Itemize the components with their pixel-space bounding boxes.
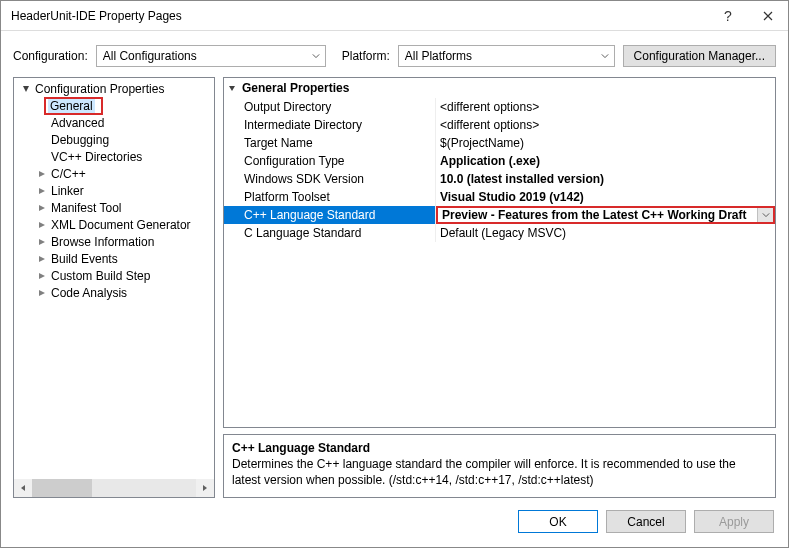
property-value[interactable]: Default (Legacy MSVC) (436, 224, 775, 242)
dialog-body: Configuration Properties General Advance… (1, 77, 788, 498)
tree-item[interactable]: Advanced (14, 114, 214, 131)
property-row[interactable]: Configuration TypeApplication (.exe) (224, 152, 775, 170)
scroll-right-button[interactable] (196, 479, 214, 497)
tree-item[interactable]: Browse Information (14, 233, 214, 250)
tree-item-label: C/C++ (48, 167, 89, 181)
tree-item[interactable]: Build Events (14, 250, 214, 267)
collapse-icon[interactable] (20, 83, 32, 95)
tree-item[interactable]: Code Analysis (14, 284, 214, 301)
tree-item[interactable]: XML Document Generator (14, 216, 214, 233)
property-row[interactable]: Target Name$(ProjectName) (224, 134, 775, 152)
tree-root-label: Configuration Properties (32, 82, 167, 96)
tree-root[interactable]: Configuration Properties (14, 80, 214, 97)
tree-item-label: Code Analysis (48, 286, 130, 300)
window-title: HeaderUnit-IDE Property Pages (11, 9, 708, 23)
tree-item[interactable]: VC++ Directories (14, 148, 214, 165)
property-value[interactable]: <different options> (436, 116, 775, 134)
collapse-icon[interactable] (228, 81, 236, 95)
dialog-footer: OK Cancel Apply (1, 498, 788, 547)
tree-item[interactable]: C/C++ (14, 165, 214, 182)
help-button[interactable]: ? (708, 1, 748, 31)
config-tree[interactable]: Configuration Properties General Advance… (14, 78, 214, 479)
apply-button[interactable]: Apply (694, 510, 774, 533)
property-row[interactable]: C++ Language StandardPreview - Features … (224, 206, 775, 224)
highlight-value: Preview - Features from the Latest C++ W… (436, 206, 775, 224)
scroll-thumb[interactable] (32, 479, 92, 497)
tree-item-label: Build Events (48, 252, 121, 266)
expand-icon[interactable] (36, 202, 48, 214)
tree-item-label: General (48, 99, 95, 113)
property-value[interactable]: Application (.exe) (436, 152, 775, 170)
config-label: Configuration: (13, 49, 88, 63)
expand-icon[interactable] (36, 219, 48, 231)
tree-item[interactable]: Debugging (14, 131, 214, 148)
property-name: Platform Toolset (224, 188, 436, 206)
properties-panel: General Properties Output Directory<diff… (223, 77, 776, 498)
tree-item-label: Debugging (48, 133, 112, 147)
property-name: Intermediate Directory (224, 116, 436, 134)
cancel-button[interactable]: Cancel (606, 510, 686, 533)
property-row[interactable]: Platform ToolsetVisual Studio 2019 (v142… (224, 188, 775, 206)
property-name: C++ Language Standard (224, 206, 436, 224)
property-name: Target Name (224, 134, 436, 152)
property-row[interactable]: Windows SDK Version10.0 (latest installe… (224, 170, 775, 188)
platform-dropdown[interactable]: All Platforms (398, 45, 615, 67)
scroll-track[interactable] (32, 479, 196, 497)
description-pane: C++ Language Standard Determines the C++… (223, 434, 776, 498)
ok-button[interactable]: OK (518, 510, 598, 533)
tree-item-label: VC++ Directories (48, 150, 145, 164)
scroll-left-button[interactable] (14, 479, 32, 497)
platform-label: Platform: (342, 49, 390, 63)
configuration-dropdown[interactable]: All Configurations (96, 45, 326, 67)
tree-item-label: Browse Information (48, 235, 157, 249)
tree-item[interactable]: Manifest Tool (14, 199, 214, 216)
titlebar: HeaderUnit-IDE Property Pages ? (1, 1, 788, 31)
configuration-value: All Configurations (103, 49, 197, 63)
close-button[interactable] (748, 1, 788, 31)
tree-item-label: XML Document Generator (48, 218, 194, 232)
property-row[interactable]: C Language StandardDefault (Legacy MSVC) (224, 224, 775, 242)
property-value[interactable]: Visual Studio 2019 (v142) (436, 188, 775, 206)
tree-item[interactable]: Linker (14, 182, 214, 199)
property-grid[interactable]: General Properties Output Directory<diff… (223, 77, 776, 428)
tree-item-label: Custom Build Step (48, 269, 153, 283)
tree-item-label: Linker (48, 184, 87, 198)
expand-icon[interactable] (36, 253, 48, 265)
expand-icon[interactable] (36, 185, 48, 197)
expand-icon[interactable] (36, 287, 48, 299)
property-name: C Language Standard (224, 224, 436, 242)
expand-icon[interactable] (36, 236, 48, 248)
highlight-general: General (44, 97, 103, 115)
description-text: Determines the C++ language standard the… (232, 457, 767, 488)
property-value[interactable]: <different options> (436, 98, 775, 116)
tree-item-label: Manifest Tool (48, 201, 124, 215)
dropdown-button[interactable] (757, 208, 773, 222)
expand-icon[interactable] (36, 270, 48, 282)
configuration-manager-button[interactable]: Configuration Manager... (623, 45, 776, 67)
property-value-text: Preview - Features from the Latest C++ W… (442, 208, 747, 222)
property-name: Windows SDK Version (224, 170, 436, 188)
property-name: Output Directory (224, 98, 436, 116)
platform-value: All Platforms (405, 49, 472, 63)
close-icon (763, 11, 773, 21)
description-title: C++ Language Standard (232, 441, 767, 455)
property-value[interactable]: Preview - Features from the Latest C++ W… (436, 206, 775, 224)
grid-category-header[interactable]: General Properties (224, 78, 775, 98)
expand-icon[interactable] (36, 168, 48, 180)
grid-category-label: General Properties (242, 81, 349, 95)
tree-item-general[interactable]: General (14, 97, 214, 114)
property-row[interactable]: Intermediate Directory<different options… (224, 116, 775, 134)
config-toolbar: Configuration: All Configurations Platfo… (1, 31, 788, 77)
tree-item[interactable]: Custom Build Step (14, 267, 214, 284)
tree-item-label: Advanced (48, 116, 107, 130)
chevron-down-icon (596, 46, 614, 66)
property-value[interactable]: $(ProjectName) (436, 134, 775, 152)
horizontal-scrollbar[interactable] (14, 479, 214, 497)
tree-panel: Configuration Properties General Advance… (13, 77, 215, 498)
property-name: Configuration Type (224, 152, 436, 170)
chevron-down-icon (307, 46, 325, 66)
property-row[interactable]: Output Directory<different options> (224, 98, 775, 116)
property-value[interactable]: 10.0 (latest installed version) (436, 170, 775, 188)
